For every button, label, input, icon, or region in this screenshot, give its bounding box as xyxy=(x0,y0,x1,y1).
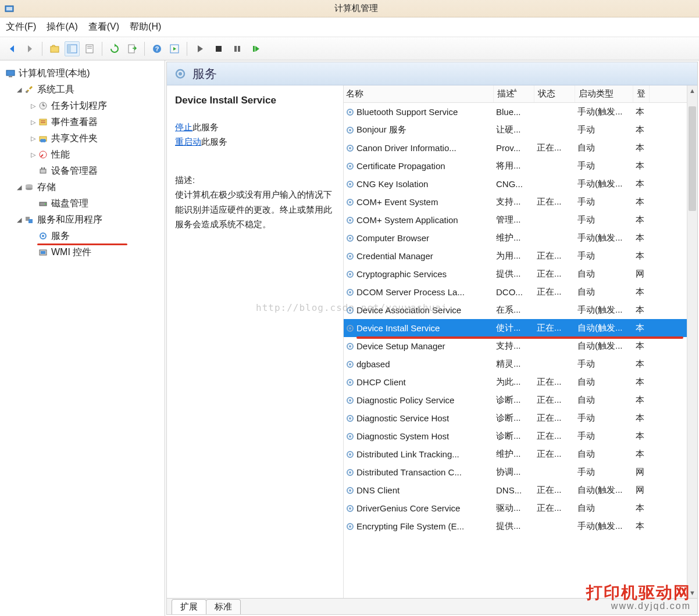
column-startup[interactable]: 启动类型 xyxy=(575,85,633,102)
tree-system-tools[interactable]: ◢ 系统工具 xyxy=(2,81,162,98)
gear-icon xyxy=(344,288,356,297)
svg-rect-16 xyxy=(6,70,15,76)
brand-watermark: 打印机驱动网 www.dyjqd.com xyxy=(586,585,691,611)
svg-point-83 xyxy=(349,435,351,438)
forward-button[interactable] xyxy=(22,41,37,56)
column-status[interactable]: 状态 xyxy=(534,85,575,102)
service-startup: 手动 xyxy=(575,467,633,478)
service-logon: 本 xyxy=(633,503,650,514)
service-row[interactable]: Diagnostic System Host诊断...正在...手动本 xyxy=(344,427,687,445)
service-row[interactable]: dgbased精灵...手动本 xyxy=(344,355,687,373)
service-row[interactable]: DNS ClientDNS...正在...自动(触发...网 xyxy=(344,481,687,499)
up-button[interactable] xyxy=(47,41,62,56)
tree-root[interactable]: 计算机管理(本地) xyxy=(2,65,162,81)
service-name: Encrypting File System (E... xyxy=(356,521,494,531)
restart-link[interactable]: 重启动 xyxy=(175,137,201,146)
menu-view[interactable]: 查看(V) xyxy=(88,21,119,33)
tree-services[interactable]: ▷ 服务 xyxy=(2,228,162,244)
play-button[interactable] xyxy=(194,43,206,55)
menu-bar: 文件(F) 操作(A) 查看(V) 帮助(H) xyxy=(0,17,699,37)
navigation-tree: 计算机管理(本地) ◢ 系统工具 ▷ 任务计划程序 ▷ 事件查看器 ▷ 共享文件… xyxy=(0,60,165,616)
vertical-scrollbar[interactable]: ▲ ▼ xyxy=(687,85,697,598)
service-row[interactable]: DCOM Server Process La...DCO...正在...自动本 xyxy=(344,283,687,301)
service-row[interactable]: Diagnostic Policy Service诊断...正在...自动本 xyxy=(344,391,687,409)
service-row[interactable]: Distributed Link Tracking...维护...正在...自动… xyxy=(344,445,687,463)
scroll-track[interactable] xyxy=(687,96,697,588)
tab-standard[interactable]: 标准 xyxy=(206,599,241,614)
window-title: 计算机管理 xyxy=(17,3,694,14)
gear-icon xyxy=(344,396,356,405)
tree-services-apps[interactable]: ◢ 服务和应用程序 xyxy=(2,212,162,228)
stop-button[interactable] xyxy=(213,43,224,55)
service-desc: DCO... xyxy=(494,287,534,297)
service-row[interactable]: Credential Manager为用...正在...手动本 xyxy=(344,247,687,265)
collapse-icon[interactable]: ◢ xyxy=(15,86,23,94)
service-row[interactable]: Certificate Propagation将用...手动本 xyxy=(344,157,687,175)
svg-point-93 xyxy=(349,525,351,528)
service-desc: DNS... xyxy=(494,485,534,495)
back-button[interactable] xyxy=(5,41,20,56)
service-row[interactable]: Device Install Service使计...正在...自动(触发...… xyxy=(344,319,687,337)
service-row[interactable]: COM+ Event System支持...正在...手动本 xyxy=(344,193,687,211)
stop-link[interactable]: 停止 xyxy=(175,122,192,132)
tree-wmi[interactable]: ▷ WMI 控件 xyxy=(2,244,162,260)
service-logon: 本 xyxy=(633,196,650,207)
service-startup: 手动 xyxy=(575,124,633,135)
service-row[interactable]: COM+ System Application管理...手动本 xyxy=(344,211,687,229)
svg-rect-2 xyxy=(51,46,59,52)
tree-event-viewer[interactable]: ▷ 事件查看器 xyxy=(2,114,162,130)
service-row[interactable]: CNG Key IsolationCNG...手动(触发...本 xyxy=(344,175,687,193)
export-button[interactable] xyxy=(124,41,140,56)
service-status: 正在... xyxy=(534,377,575,388)
show-hide-tree-button[interactable] xyxy=(65,41,80,56)
svg-text:?: ? xyxy=(155,45,159,52)
column-name[interactable]: 名称 xyxy=(344,85,494,102)
pause-button[interactable] xyxy=(231,43,243,55)
service-name: Device Install Service xyxy=(356,323,494,333)
column-logon[interactable]: 登 xyxy=(633,85,650,102)
scroll-up-arrow[interactable]: ▲ xyxy=(687,85,697,96)
expand-icon[interactable]: ▷ xyxy=(29,102,37,110)
services-list: ▴ 名称 描述 状态 启动类型 登 Bluetooth Support Serv… xyxy=(344,85,687,598)
service-row[interactable]: Diagnostic Service Host诊断...正在...手动本 xyxy=(344,409,687,427)
properties-button[interactable] xyxy=(82,41,97,56)
tree-shared-folders[interactable]: ▷ 共享文件夹 xyxy=(2,130,162,146)
tree-task-scheduler[interactable]: ▷ 任务计划程序 xyxy=(2,98,162,114)
collapse-icon[interactable]: ◢ xyxy=(15,184,23,191)
restart-button[interactable] xyxy=(250,43,262,55)
action-button[interactable] xyxy=(167,41,182,56)
service-row[interactable]: DriverGenius Core Service驱动...正在...自动本 xyxy=(344,499,687,517)
menu-action[interactable]: 操作(A) xyxy=(47,21,77,33)
tree-disk-management[interactable]: ▷ 磁盘管理 xyxy=(2,195,162,212)
expand-icon[interactable]: ▷ xyxy=(29,151,37,159)
expand-icon[interactable]: ▷ xyxy=(29,119,37,126)
service-row[interactable]: Device Association Service在系...手动(触发...本 xyxy=(344,301,687,319)
svg-point-77 xyxy=(349,381,351,384)
service-row[interactable]: Cryptographic Services提供...正在...自动网 xyxy=(344,265,687,283)
menu-help[interactable]: 帮助(H) xyxy=(130,21,161,33)
service-row[interactable]: DHCP Client为此...正在...自动本 xyxy=(344,373,687,391)
service-logon: 网 xyxy=(633,467,650,478)
service-row[interactable]: Bluetooth Support ServiceBlue...手动(触发...… xyxy=(344,103,687,121)
tree-storage[interactable]: ◢ 存储 xyxy=(2,179,162,195)
menu-file[interactable]: 文件(F) xyxy=(6,21,36,33)
tree-device-manager[interactable]: ▷ 设备管理器 xyxy=(2,163,162,179)
svg-rect-4 xyxy=(67,45,71,53)
service-row[interactable]: Canon Driver Informatio...Prov...正在...自动… xyxy=(344,139,687,157)
collapse-icon[interactable]: ◢ xyxy=(15,216,23,224)
service-startup: 自动 xyxy=(575,377,633,388)
tab-extended[interactable]: 扩展 xyxy=(172,599,206,614)
scroll-thumb[interactable] xyxy=(689,106,696,211)
refresh-button[interactable] xyxy=(107,41,122,56)
service-row[interactable]: Distributed Transaction C...协调...手动网 xyxy=(344,463,687,481)
service-logon: 本 xyxy=(633,250,650,262)
tree-performance[interactable]: ▷ 性能 xyxy=(2,146,162,163)
expand-icon[interactable]: ▷ xyxy=(29,135,37,142)
service-row[interactable]: Device Setup Manager支持...自动(触发...本 xyxy=(344,337,687,355)
service-row[interactable]: Bonjour 服务让硬...手动本 xyxy=(344,121,687,139)
service-row[interactable]: Computer Browser维护...手动(触发...本 xyxy=(344,229,687,247)
help-button[interactable]: ? xyxy=(149,41,165,56)
service-status: 正在... xyxy=(534,286,575,298)
service-row[interactable]: Encrypting File System (E...提供...手动(触发..… xyxy=(344,517,687,535)
service-desc: Blue... xyxy=(494,107,534,117)
